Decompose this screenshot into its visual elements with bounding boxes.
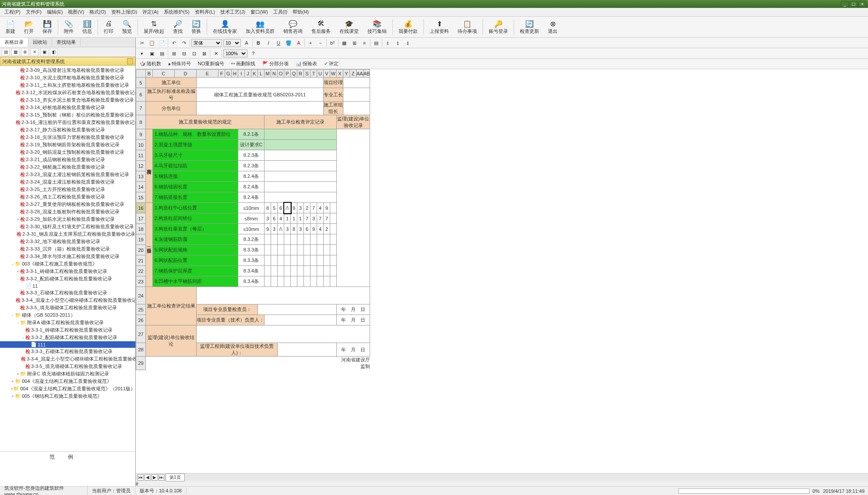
fill-icon[interactable]: 🪣 (284, 39, 293, 47)
tree-node[interactable]: 检3-3-3_石砌体工程检验批质量验收记录 (0, 348, 135, 355)
menu-item[interactable]: 资料上报(D) (109, 8, 140, 16)
bold-icon[interactable]: B (254, 39, 263, 47)
func-btn[interactable]: NO重新编号 (196, 59, 227, 68)
menu-item[interactable]: 窗口(W) (248, 8, 271, 16)
underline-icon[interactable]: U (274, 39, 283, 47)
tool-icon[interactable]: ▣ (148, 49, 156, 58)
menu-item[interactable]: 技术工艺(J) (218, 8, 248, 16)
tree-node[interactable]: 检2-3-33_沉井（箱）检验批质量验收记录 (0, 245, 135, 253)
tree-node[interactable]: 检3-3-4_混凝土小型空心砌块砌体工程检验批质量验收记录 (0, 297, 135, 304)
tree-node[interactable]: 检2-3-14_砂桩地基检验批质量验收记录 (0, 104, 135, 111)
redo-icon[interactable]: ↷ (180, 39, 188, 47)
tree-node[interactable]: 检2-3-15_预制桩（钢桩）桩位的检验批质量验收记录 (0, 111, 135, 119)
tree-tool-icon[interactable]: ▦ (11, 48, 19, 56)
tree-tool-icon[interactable]: ▤ (2, 48, 10, 56)
left-tab[interactable]: 查找结果 (52, 38, 81, 47)
menu-item[interactable]: 视图(V) (65, 8, 87, 16)
close-button[interactable]: × (858, 1, 866, 7)
menu-item[interactable]: 工程(P) (2, 8, 23, 16)
tree-node[interactable]: 检2-3-24_混凝土灌注桩检验批质量验收记录 (0, 178, 135, 186)
toolbar-上报资料[interactable]: ⬆上报资料 (426, 18, 453, 36)
menu-item[interactable]: 工具(I) (271, 8, 290, 16)
tree-node[interactable]: 检2-3-12_水泥粉煤灰碎石桩复合地基检验批质量验收记录 (0, 89, 135, 96)
tree-node[interactable]: 检2-3-10_水泥土搅拌桩地基检验批质量验收记录 (0, 74, 135, 81)
italic-icon[interactable]: I (264, 39, 273, 47)
toolbar-替换[interactable]: 🔄替换 (187, 18, 205, 36)
toolbar-待办事项[interactable]: 📋待办事项 (454, 18, 481, 36)
tree-node[interactable]: 检3-3-3_石砌体工程检验批质量验收记录 (0, 289, 135, 297)
tree-node[interactable]: 检3-3-5_填充墙砌体工程检验批质量验收记录 (0, 363, 135, 370)
toolbar-打开[interactable]: 📂打开 (20, 18, 38, 36)
font-color-icon[interactable]: A (242, 39, 251, 47)
tree-node[interactable]: 检2-3-09_高压喷射注浆地基检验批质量验收记录 (0, 67, 135, 74)
minimize-button[interactable]: _ (841, 1, 849, 7)
func-btn[interactable]: ♦特殊符号 (166, 59, 193, 68)
help-icon[interactable]: ? (249, 49, 258, 58)
tree-node[interactable]: -📁003《砌体工程施工质量验收规范》 (0, 260, 135, 268)
tool-icon[interactable]: ▤ (158, 49, 166, 58)
tree-node[interactable]: +📁004《混凝土结构工程施工质量验收规范》 (0, 378, 135, 385)
tool-icon[interactable]: ⊟ (180, 49, 188, 58)
tool-icon[interactable]: ⊡ (190, 49, 198, 58)
toolbar-信息[interactable]: ℹ️信息 (78, 18, 96, 36)
tree-node[interactable]: 检2-3-27_重复使用的钢板桩检验批质量验收记录 (0, 201, 135, 208)
toolbar-预览[interactable]: 🔍预览 (118, 18, 136, 36)
toolbar-打印[interactable]: 🖨打印 (100, 18, 117, 36)
toolbar-售后服务[interactable]: 🛠售后服务 (307, 18, 335, 36)
tree-tool-icon[interactable]: ⊕ (21, 48, 29, 56)
minus-icon[interactable]: − (316, 39, 325, 47)
zoom-select[interactable]: 100% (223, 50, 247, 57)
tool-icon[interactable]: ⊠ (200, 49, 208, 58)
tree-node[interactable]: 检2-3-13_夯实水泥土桩复合地基检验批质量验收记录 (0, 96, 135, 104)
tree-node[interactable]: +检3-3-1_砖砌体工程检验批质量验收记录 (0, 268, 135, 275)
func-btn[interactable]: 📊报验表 (293, 59, 319, 68)
menu-item[interactable]: 资料库(L) (192, 8, 218, 16)
left-title-bar[interactable]: 河南省建筑工程资料管理系统 (0, 57, 135, 66)
tree-node[interactable]: 检2-3-18_先张法预应力管桩检验批质量验收记录 (0, 134, 135, 141)
toolbar-退出[interactable]: ⊗退出 (544, 18, 561, 36)
first-page-icon[interactable]: ⏮ (138, 474, 144, 481)
toolbar-技巧集锦[interactable]: 📚技巧集锦 (363, 18, 391, 36)
tree-node[interactable]: 检2-3-23_混凝土灌注桩钢筋笼检验批质量验收记录 (0, 171, 135, 178)
menu-item[interactable]: 文件(F) (23, 8, 44, 16)
func-btn[interactable]: ✓评定 (322, 59, 341, 68)
tree-node[interactable]: 检2-3-21_成品钢桩检验批质量验收记录 (0, 156, 135, 163)
func-btn[interactable]: 🎲随机数 (138, 59, 163, 68)
tree-node[interactable]: 检2-3-26_填土工程检验批质量验收记录 (0, 193, 135, 201)
align-icon[interactable]: ≡ (360, 39, 369, 47)
tree-node[interactable]: -检3-3-2_配筋砌体工程检验批质量验收记录 (0, 334, 135, 341)
func-btn[interactable]: 🚩分部分项 (260, 59, 291, 68)
last-page-icon[interactable]: ⏭ (159, 474, 165, 481)
tree-tool-icon[interactable]: ▣ (40, 48, 48, 56)
tree-node[interactable]: -检3-3-2_配筋砌体工程检验批质量验收记录 (0, 275, 135, 283)
tree-node[interactable]: +📁005《钢结构工程施工质量验收规范》 (0, 392, 135, 400)
tree-node[interactable]: -📁砌体（GB 50203-2011） (0, 311, 135, 319)
menu-item[interactable]: 评定(A) (140, 8, 161, 16)
tree-node[interactable]: 检2-3-20_钢筋混凝土预制桩检验批质量验收记录 (0, 148, 135, 156)
toolbar-账号登录[interactable]: 🔑账号登录 (485, 18, 512, 36)
menu-item[interactable]: 系统维护(S) (161, 8, 192, 16)
maximize-button[interactable]: □ (850, 1, 857, 7)
undo-icon[interactable]: ↶ (169, 39, 178, 47)
merge-icon[interactable]: ⊞ (350, 39, 359, 47)
tree-node[interactable]: 📄111 (0, 341, 135, 348)
spreadsheet[interactable]: BCDEFGHIJKLMNOPQRSTUVWXYZAAAB5施工单位项目经理6施… (136, 69, 868, 473)
tree-node[interactable]: 检3-3-5_填充墙砌体工程检验批质量验收记录 (0, 304, 135, 311)
tree-node[interactable]: +📁附录C 填充墙砌体植筋锚固力检测记录 (0, 370, 135, 378)
tree-node[interactable]: +检2-3-29_加筋水泥土桩检验批质量验收记录 (0, 216, 135, 223)
tree-node[interactable]: 检3-3-4_混凝土小型空心砌块砌体工程检验批质量验收 (0, 355, 135, 363)
font-select[interactable]: 宋体 (191, 39, 222, 47)
func-btn[interactable]: ✏画删除线 (229, 59, 258, 68)
tool-icon[interactable]: ⊞ (169, 49, 178, 58)
chart3-icon[interactable]: ⫿ (404, 39, 413, 47)
toolbar-查找[interactable]: 🔎查找 (169, 18, 187, 36)
cut-icon[interactable]: ✂ (138, 39, 146, 47)
grid-icon[interactable]: ▤ (372, 39, 381, 47)
tree-node[interactable]: 检2-3-30_锚杆及土钉墙支护工程检验批质量验收记录 (0, 223, 135, 230)
tree-node[interactable]: 检2-3-31_钢及混凝土支撑系统工程检验批质量验收记录 (0, 230, 135, 238)
tree-node[interactable]: 📄11 (0, 283, 135, 289)
tree-node[interactable]: 检2-3-32_地下墙检验批质量验收记录 (0, 238, 135, 245)
tree-tool-icon[interactable]: ✕ (31, 48, 39, 56)
tree-tool-icon[interactable]: ◧ (50, 48, 58, 56)
prev-page-icon[interactable]: ◀ (145, 474, 151, 481)
